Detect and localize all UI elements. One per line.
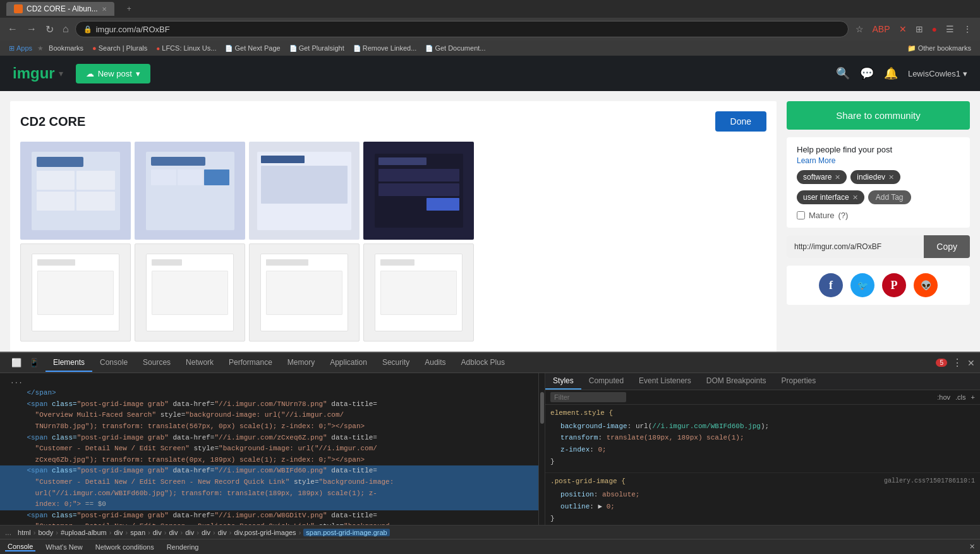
reddit-share-button[interactable]: 👽 [914,273,938,297]
image-thumb-7[interactable] [249,243,360,342]
twitter-share-button[interactable]: 🐦 [850,273,874,297]
bc-div-2[interactable]: div [153,529,162,536]
dom-breakpoints-tab[interactable]: DOM Breakpoints [699,373,774,390]
bookmark-pluralsight[interactable]: 📄 Get Pluralsight [286,43,348,53]
pinterest-share-button[interactable]: P [882,273,906,297]
extension-grid-icon[interactable]: ⊞ [912,23,926,35]
tab-close[interactable]: ✕ [102,6,107,13]
bc-div-5[interactable]: div [202,529,210,536]
bc-body[interactable]: body [38,529,53,536]
bookmark-remove-linked[interactable]: 📄 Remove Linked... [349,43,421,53]
styles-tab[interactable]: Styles [545,373,581,390]
whats-new-tab[interactable]: What's New [43,543,85,551]
bookmark-get-next[interactable]: 📄 Get Next Page [221,43,284,53]
home-button[interactable]: ⌂ [60,22,71,36]
html-code-area[interactable]: ... </span> <span class="post-grid-image… [0,373,538,525]
image-thumb-2[interactable] [135,142,245,240]
extension-icon-red[interactable]: ✕ [896,23,910,35]
add-tag-button[interactable]: Add Tag [868,190,911,204]
bookmark-search-plurals[interactable]: ● Search | Plurals [88,43,151,53]
breadcrumb-three-dots[interactable]: ... [5,528,11,537]
event-listeners-tab[interactable]: Event Listeners [631,373,699,390]
other-bookmarks[interactable]: 📁 Other bookmarks [904,43,975,54]
devtools-tab-security[interactable]: Security [375,354,417,372]
expand-dots[interactable] [23,377,28,386]
devtools-tab-application[interactable]: Application [322,354,375,372]
computed-tab[interactable]: Computed [581,373,631,390]
done-button[interactable]: Done [715,111,766,132]
user-menu[interactable]: LewisCowles1 ▾ [908,69,967,78]
tag-ui-remove[interactable]: ✕ [852,194,858,202]
facebook-share-button[interactable]: f [819,273,843,297]
adblock-icon[interactable]: ABP [869,23,893,35]
extension-icon-2[interactable]: ☰ [943,23,957,35]
tag-indiedev-remove[interactable]: ✕ [888,173,894,182]
bookmark-star-icon[interactable]: ☆ [852,23,867,35]
bc-span[interactable]: span [130,529,145,536]
page-icon-3: 📄 [353,45,361,52]
devtools-tab-audits[interactable]: Audits [417,354,453,372]
lastpass-icon[interactable]: ● [929,23,940,35]
chat-icon[interactable]: 💬 [860,66,874,80]
back-button[interactable]: ← [5,22,20,36]
hov-filter-btn[interactable]: :hov [937,393,950,401]
properties-tab[interactable]: Properties [774,373,824,390]
html-panel-scrollbar[interactable] [539,373,545,525]
device-toggle-button[interactable]: 📱 [25,357,43,369]
bc-div-3[interactable]: div [169,529,178,536]
forward-button[interactable]: → [24,22,39,36]
bc-selected-item[interactable]: span.post-grid-image.grab [303,529,389,536]
logo-caret-icon[interactable]: ▾ [59,68,63,78]
image-thumb-3[interactable] [249,142,360,240]
bc-upload-album[interactable]: #upload-album [61,529,107,536]
search-icon[interactable]: 🔍 [836,66,850,80]
copy-button[interactable]: Copy [924,235,970,258]
console-bottom-tab[interactable]: Console [5,543,35,551]
image-thumb-6[interactable] [135,243,245,342]
refresh-button[interactable]: ↻ [43,22,56,37]
bookmark-get-document[interactable]: 📄 Get Document... [421,43,489,53]
image-thumb-8[interactable] [363,243,474,342]
image-thumb-5[interactable] [20,243,131,342]
bc-div-4[interactable]: div [185,529,194,536]
bell-icon[interactable]: 🔔 [884,66,898,80]
devtools-tab-performance[interactable]: Performance [221,354,280,372]
tag-software-remove[interactable]: ✕ [835,173,840,182]
new-post-button[interactable]: ☁ New post ▾ [76,64,150,83]
devtools-tab-sources[interactable]: Sources [135,354,178,372]
devtools-tab-console[interactable]: Console [92,354,135,372]
rendering-tab[interactable]: Rendering [164,543,202,551]
mature-checkbox[interactable] [797,211,805,219]
devtools-tab-memory[interactable]: Memory [280,354,322,372]
active-tab[interactable]: CD2 CORE - Albun... ✕ [6,2,114,16]
new-post-caret: ▾ [136,69,140,78]
devtools-tab-network[interactable]: Network [178,354,221,372]
network-conditions-tab[interactable]: Network conditions [93,543,157,551]
album-header: CD2 CORE Done [20,111,766,132]
mature-question-icon[interactable]: (?) [838,211,848,220]
bookmark-lfcs[interactable]: ● LFCS: Linux Us... [152,43,220,53]
bc-div-1[interactable]: div [114,529,123,536]
cls-filter-btn[interactable]: .cls [955,393,966,401]
menu-button[interactable]: ⋮ [960,23,975,35]
bookmark-bookmarks[interactable]: Bookmarks [45,43,87,53]
image-thumb-1[interactable] [20,142,131,240]
devtools-close-button[interactable]: ✕ [967,358,975,368]
styles-filter-input[interactable] [550,392,626,402]
address-bar[interactable]: 🔒 imgur.com/a/ROxBF [75,21,849,37]
new-tab[interactable]: + [119,2,139,16]
share-link-input[interactable] [787,235,924,258]
image-thumb-4[interactable] [363,142,474,240]
learn-more-link[interactable]: Learn More [797,156,835,165]
bc-post-grid-images[interactable]: div.post-grid-images [234,529,296,536]
share-to-community-button[interactable]: Share to community [787,101,970,130]
add-style-btn[interactable]: + [971,393,975,401]
devtools-tab-elements[interactable]: Elements [45,354,92,372]
devtools-more-button[interactable]: ⋮ [952,357,962,369]
bc-div-6[interactable]: div [218,529,227,536]
close-bottom-panel[interactable]: ✕ [969,543,975,551]
devtools-tab-adblock[interactable]: Adblock Plus [454,354,512,372]
inspect-element-button[interactable]: ⬜ [8,357,25,369]
bookmarks-apps[interactable]: ⊞ Apps [5,43,36,54]
bc-html[interactable]: html [18,529,31,536]
